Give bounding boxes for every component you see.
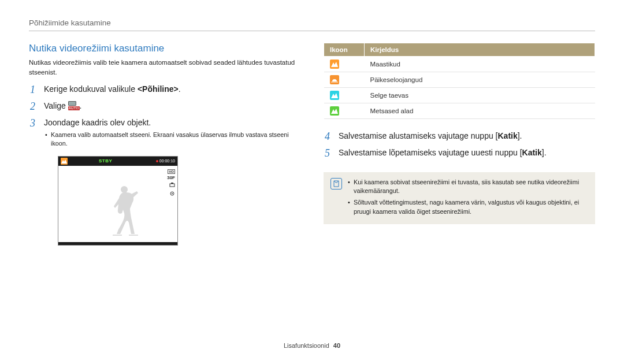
step-4-pre: Salvestamise alustamiseks vajutage nuppu…	[339, 131, 497, 140]
step-4-bold: Katik	[497, 131, 517, 140]
scene-icon-table: Ikoon Kirjeldus Maastikud	[324, 43, 595, 119]
step-5-bold: Katik	[522, 148, 542, 157]
th-icon: Ikoon	[324, 43, 365, 57]
quality-icon	[169, 182, 175, 189]
preview-bottombar	[58, 242, 177, 245]
cell-icon-sunset	[324, 72, 365, 88]
steps-list-right: Salvestamise alustamiseks vajutage nuppu…	[324, 131, 595, 158]
svg-point-4	[172, 193, 173, 194]
svg-marker-0	[61, 159, 67, 164]
page-title: Nutika videorežiimi kasutamine	[29, 43, 300, 54]
step-4: Salvestamise alustamiseks vajutage nuppu…	[324, 131, 595, 142]
svg-marker-8	[331, 62, 338, 67]
table-row: Metsased alad	[324, 103, 595, 119]
note-item-1: Kui kaamera sobivat stseenirežiimi ei tu…	[348, 178, 588, 196]
step-3-sub: Kaamera valib automaatselt stseeni. Ekra…	[44, 131, 300, 148]
cell-icon-sky	[324, 88, 365, 103]
skater-figure	[110, 184, 145, 240]
svg-rect-2	[171, 183, 173, 184]
cell-icon-landscape	[324, 57, 365, 72]
right-column: Ikoon Kirjeldus Maastikud	[324, 43, 595, 251]
cell-desc-landscape: Maastikud	[365, 57, 595, 72]
preview-side-icons: HD 30F	[167, 169, 175, 198]
step-2-pre: Valige	[44, 101, 68, 110]
note-box: Kui kaamera sobivat stseenirežiimi ei tu…	[324, 172, 595, 225]
table-row: Päikeseloojangud	[324, 72, 595, 88]
note-list: Kui kaamera sobivat stseenirežiimi ei tu…	[348, 178, 588, 219]
note-item-2: Sõltuvalt võttetingimustest, nagu kaamer…	[348, 198, 588, 216]
table-row: Maastikud	[324, 57, 595, 72]
stby-indicator: STBY	[99, 158, 112, 165]
footer: Lisafunktsioonid 40	[0, 342, 624, 349]
forest-icon	[330, 106, 339, 116]
landscape-icon	[330, 60, 339, 69]
content-columns: Nutika videorežiimi kasutamine Nutikas v…	[29, 43, 595, 251]
footer-label: Lisafunktsioonid	[284, 342, 329, 349]
header-divider	[29, 31, 595, 31]
auto-mode-icon: AUTO	[68, 101, 80, 110]
sky-icon	[330, 91, 339, 100]
svg-point-5	[121, 186, 128, 193]
steps-list-left: Kerige kodukuval valikule <Põhiline>. Va…	[29, 84, 300, 246]
th-desc: Kirjeldus	[365, 43, 595, 57]
step-4-post: ].	[518, 131, 522, 140]
focus-icon	[169, 191, 175, 198]
cell-desc-sky: Selge taevas	[365, 88, 595, 103]
svg-marker-11	[331, 109, 338, 114]
camera-preview: STBY 00:00:10 HD 30F	[58, 156, 178, 246]
step-5-pre: Salvestamise lõpetamiseks vajutage uuest…	[339, 148, 522, 157]
cell-desc-sunset: Päikeseloojangud	[365, 72, 595, 88]
svg-marker-10	[331, 93, 338, 98]
table-row: Selge taevas	[324, 88, 595, 103]
cell-desc-forest: Metsased alad	[365, 103, 595, 119]
intro-text: Nutikas videorežiimis valib teie kaamera…	[29, 58, 300, 77]
landscape-scene-icon	[61, 158, 68, 165]
step-1-bold: <Põhiline>	[138, 84, 179, 94]
rec-time-value: 00:00:10	[159, 158, 175, 164]
preview-topbar: STBY 00:00:10	[58, 157, 177, 166]
step-3-sublist: Kaamera valib automaatselt stseeni. Ekra…	[44, 131, 300, 148]
step-2-post: .	[80, 101, 82, 110]
note-icon	[330, 178, 342, 190]
sunset-icon	[330, 75, 339, 84]
left-column: Nutika videorežiimi kasutamine Nutikas v…	[29, 43, 300, 251]
rec-time: 00:00:10	[156, 158, 175, 164]
hd-badge: HD	[168, 169, 175, 174]
fps-badge: 30F	[167, 176, 175, 180]
svg-rect-1	[170, 184, 174, 187]
step-1-pre: Kerige kodukuval valikule	[44, 84, 138, 94]
step-5: Salvestamise lõpetamiseks vajutage uuest…	[324, 147, 595, 158]
step-1: Kerige kodukuval valikule <Põhiline>.	[29, 84, 300, 95]
step-5-post: ].	[542, 148, 547, 157]
step-1-post: .	[179, 84, 181, 94]
breadcrumb: Põhižiimide kasutamine	[29, 0, 595, 31]
step-3-text: Joondage kaadris olev objekt.	[44, 118, 151, 127]
page-number: 40	[333, 342, 340, 349]
step-2: Valige AUTO.	[29, 101, 300, 112]
cell-icon-forest	[324, 103, 365, 119]
step-3: Joondage kaadris olev objekt. Kaamera va…	[29, 117, 300, 246]
rec-dot-icon	[156, 160, 158, 162]
